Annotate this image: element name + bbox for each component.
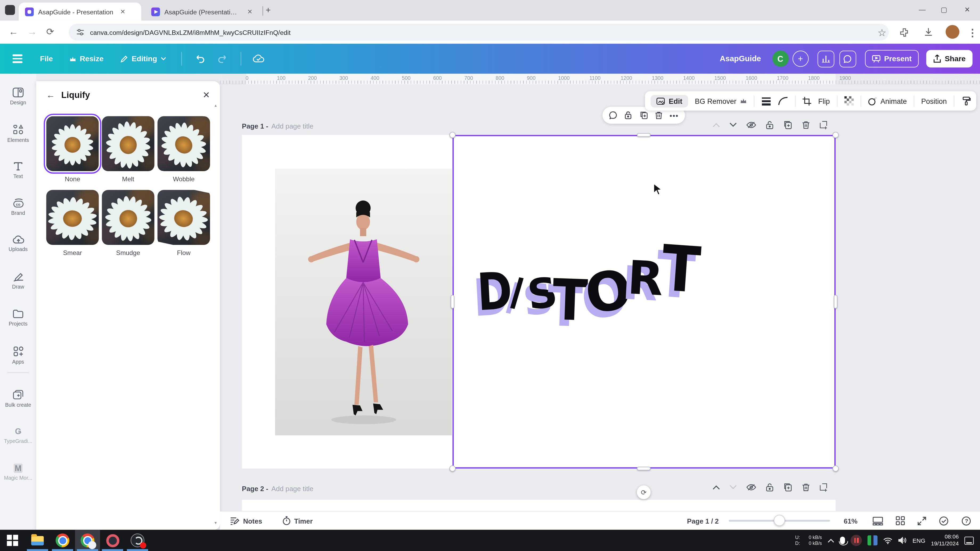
browser-menu-icon[interactable]: ⋮	[967, 27, 978, 39]
language-indicator[interactable]: ENG	[913, 537, 925, 544]
browser-tab-2[interactable]: AsapGuide (Presentation) - You ✕	[145, 2, 259, 21]
sidebar-item-uploads[interactable]: Uploads	[0, 235, 36, 252]
sidebar-item-projects[interactable]: Projects	[0, 309, 36, 327]
panel-scrollbar[interactable]: ▲ ▼	[213, 104, 218, 525]
line-curve-icon[interactable]	[778, 97, 788, 105]
liquify-option-smudge[interactable]: Smudge	[102, 190, 154, 256]
duplicate-icon[interactable]	[639, 111, 648, 119]
comments-button[interactable]	[839, 50, 856, 67]
lock-page-icon[interactable]	[765, 121, 774, 129]
copy-style-roller-icon[interactable]	[961, 96, 970, 105]
trash-icon[interactable]	[655, 111, 663, 119]
microphone-tray-icon[interactable]	[840, 537, 845, 544]
site-settings-icon[interactable]	[76, 28, 84, 37]
zoom-slider[interactable]	[729, 520, 830, 522]
redo-icon[interactable]	[218, 54, 229, 64]
selection-handle-bottom-right[interactable]	[832, 465, 838, 472]
lock-icon[interactable]	[625, 111, 632, 119]
taskbar-chrome-2-active[interactable]	[80, 533, 95, 548]
taskbar-file-explorer[interactable]	[30, 533, 45, 548]
transparency-icon[interactable]	[844, 96, 854, 105]
move-page-down-icon[interactable]	[729, 122, 737, 127]
model-photo[interactable]	[275, 169, 452, 435]
sidebar-item-bulk-create[interactable]: Bulk create	[0, 390, 36, 408]
selection-handle-right[interactable]	[834, 295, 838, 309]
move-page-up-icon[interactable]	[713, 122, 720, 127]
tab-close-icon[interactable]: ✕	[120, 8, 126, 15]
tray-expand-icon[interactable]	[827, 538, 834, 543]
sidebar-item-apps[interactable]: Apps	[0, 346, 36, 365]
recording-pause-icon[interactable]	[851, 535, 862, 546]
selection-handle-top-left[interactable]	[449, 132, 455, 138]
sidebar-item-draw[interactable]: Draw	[0, 272, 36, 290]
app-tray-icon[interactable]	[868, 535, 878, 545]
scroll-down-icon[interactable]: ▼	[213, 521, 218, 525]
selection-handle-bottom-left[interactable]	[449, 465, 455, 472]
editing-mode-button[interactable]: Editing	[120, 54, 167, 63]
insights-button[interactable]	[817, 50, 834, 67]
page2-title-placeholder[interactable]: Add page title	[271, 485, 313, 492]
liquify-option-none[interactable]: None	[46, 116, 99, 183]
lock-page-icon[interactable]	[765, 483, 774, 492]
notes-button[interactable]: Notes	[230, 516, 262, 525]
forward-icon[interactable]: →	[27, 26, 37, 37]
file-menu-button[interactable]: File	[40, 54, 53, 63]
volume-icon[interactable]	[898, 537, 907, 544]
taskbar-recorder-app[interactable]	[105, 533, 120, 548]
presenter-view-icon[interactable]	[872, 516, 883, 525]
rotate-handle[interactable]: ⟳	[637, 486, 651, 499]
maximize-button[interactable]: ▢	[940, 6, 947, 14]
sidebar-item-text[interactable]: Text	[0, 161, 36, 179]
more-options-icon[interactable]: •••	[670, 111, 679, 119]
grid-view-icon[interactable]	[896, 516, 905, 526]
saved-check-icon[interactable]	[939, 516, 949, 526]
scroll-up-icon[interactable]: ▲	[213, 104, 218, 108]
add-member-button[interactable]: +	[792, 51, 808, 67]
share-button[interactable]: Share	[926, 50, 972, 68]
duplicate-page-icon[interactable]	[783, 483, 792, 492]
liquify-option-flow[interactable]: Flow	[158, 190, 210, 256]
download-icon[interactable]	[924, 27, 933, 37]
delete-page-icon[interactable]	[802, 483, 810, 492]
minimize-button[interactable]: —	[919, 6, 926, 13]
help-icon[interactable]: ?	[961, 516, 972, 526]
fullscreen-icon[interactable]	[918, 516, 926, 525]
panel-close-icon[interactable]: ✕	[203, 90, 210, 100]
browser-profile-avatar[interactable]	[946, 25, 959, 39]
move-page-down-icon[interactable]	[729, 485, 737, 490]
undo-icon[interactable]	[195, 54, 205, 64]
move-page-up-icon[interactable]	[713, 485, 720, 490]
taskbar-obs[interactable]	[130, 533, 145, 548]
sidebar-item-magic-morph[interactable]: M Magic Mor...	[0, 464, 36, 481]
selection-bounding-box[interactable]	[452, 135, 836, 468]
hide-page-icon[interactable]	[746, 121, 756, 129]
network-speed-widget[interactable]: U: 0 kB/s D: 0 kB/s	[795, 535, 822, 546]
position-button[interactable]: Position	[921, 97, 947, 105]
reload-icon[interactable]: ⟳	[46, 26, 54, 38]
add-page-icon[interactable]	[819, 121, 829, 129]
panel-back-icon[interactable]: ←	[46, 90, 55, 100]
animate-button[interactable]: Animate	[868, 97, 907, 105]
bookmark-star-icon[interactable]: ☆	[877, 27, 886, 39]
comment-icon[interactable]	[609, 111, 617, 119]
edit-image-button[interactable]: Edit	[651, 95, 688, 107]
stroke-weight-icon[interactable]	[761, 97, 772, 105]
zoom-slider-knob[interactable]	[773, 515, 785, 526]
page1-title-placeholder[interactable]: Add page title	[271, 122, 313, 130]
liquify-option-melt[interactable]: Melt	[102, 116, 154, 183]
crop-icon[interactable]	[803, 97, 811, 105]
sidebar-item-typegradient[interactable]: Ǥ TypeGradi...	[0, 427, 36, 444]
notification-center-icon[interactable]	[964, 536, 974, 545]
close-button[interactable]: ✕	[964, 6, 970, 14]
duplicate-page-icon[interactable]	[783, 121, 792, 129]
present-button[interactable]: Present	[865, 50, 918, 68]
clock-widget[interactable]: 08:06 19/11/2024	[931, 534, 959, 547]
selection-handle-top[interactable]	[637, 133, 651, 137]
hide-page-icon[interactable]	[746, 484, 756, 491]
sidebar-item-elements[interactable]: Elements	[0, 124, 36, 143]
liquify-option-wobble[interactable]: Wobble	[158, 116, 210, 183]
resize-button[interactable]: Resize	[69, 54, 103, 63]
sidebar-item-design[interactable]: Design	[0, 87, 36, 106]
wifi-icon[interactable]	[883, 537, 892, 544]
extensions-icon[interactable]	[900, 28, 909, 37]
